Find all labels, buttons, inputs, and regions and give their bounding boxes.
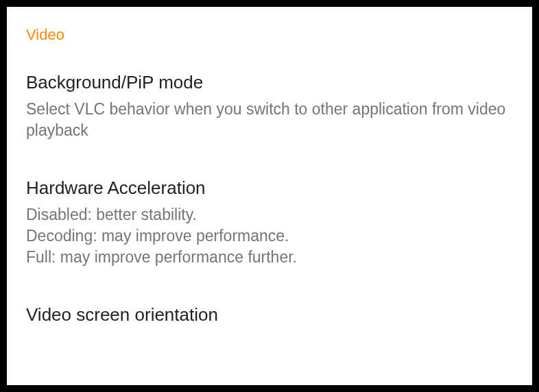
setting-description: Disabled: better stability.Decoding: may… <box>26 204 513 268</box>
setting-title: Video screen orientation <box>26 304 513 327</box>
setting-item-orientation[interactable]: Video screen orientation <box>26 304 513 327</box>
setting-title: Hardware Acceleration <box>26 177 513 200</box>
setting-item-hwaccel[interactable]: Hardware Acceleration Disabled: better s… <box>26 177 513 268</box>
section-header-video: Video <box>26 26 513 44</box>
setting-title: Background/PiP mode <box>26 71 513 95</box>
settings-screen: Video Background/PiP mode Select VLC beh… <box>7 7 532 385</box>
setting-description: Select VLC behavior when you switch to o… <box>26 99 513 141</box>
setting-item-pip[interactable]: Background/PiP mode Select VLC behavior … <box>26 71 513 141</box>
